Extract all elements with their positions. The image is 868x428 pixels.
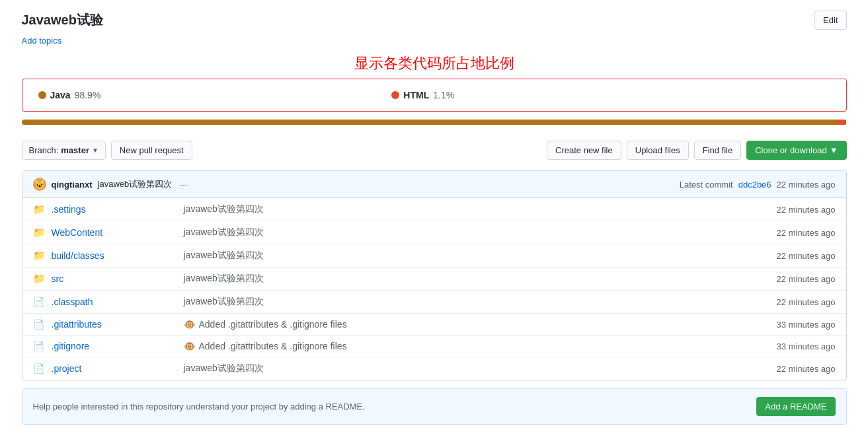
file-time: 33 minutes ago [777,341,836,351]
find-file-button[interactable]: Find file [694,141,742,160]
java-progress [22,120,838,125]
clone-chevron-icon: ▼ [830,145,838,155]
file-icon: 📄 [33,363,44,374]
file-time: 33 minutes ago [777,320,836,330]
java-percentage: 98.9% [75,90,101,100]
folder-icon: 📁 [33,203,46,215]
table-row: 📁 WebContent javaweb试验第四次 22 minutes ago [22,221,846,244]
commit-row: 🐱 qingtianxt javaweb试验第四次 ··· Latest com… [22,171,846,198]
folder-icon: 📁 [33,273,46,285]
file-icon: 📄 [33,297,44,307]
branch-chevron-icon: ▼ [92,147,99,154]
file-commit-message: javaweb试验第四次 [184,296,777,308]
file-type-icon: 📁 [33,273,52,285]
commit-msg-text: Added .gitattributes & .gitignore files [199,319,347,330]
language-item-html: HTML 1.1% [391,90,454,100]
file-time: 22 minutes ago [777,228,836,238]
folder-icon: 📁 [33,227,46,238]
toolbar-right: Create new file Upload files Find file C… [547,141,846,160]
language-progress-bar [22,120,847,125]
file-commit-message: javaweb试验第四次 [184,363,777,374]
file-type-icon: 📄 [33,297,52,307]
language-bar-container: Java 98.9% HTML 1.1% [22,79,847,112]
file-type-icon: 📄 [33,363,52,374]
author-avatar: 🐱 [33,178,46,191]
readme-notice: Help people interested in this repositor… [22,388,847,425]
file-name[interactable]: .gitattributes [52,319,184,330]
commit-dots[interactable]: ··· [180,180,187,190]
add-readme-button[interactable]: Add a README [756,397,835,416]
file-table: 🐱 qingtianxt javaweb试验第四次 ··· Latest com… [22,170,847,380]
commit-emoji: 🐵 [184,341,195,351]
table-row: 📄 .gitattributes 🐵 Added .gitattributes … [22,314,846,336]
branch-prefix-label: Branch: [29,145,59,155]
java-name: Java [50,90,71,100]
commit-msg-text: Added .gitattributes & .gitignore files [199,341,347,351]
readme-text: Help people interested in this repositor… [33,402,365,411]
repo-title: Javaweb试验 [22,11,103,29]
file-commit-message: javaweb试验第四次 [184,203,777,215]
file-type-icon: 📁 [33,203,52,215]
latest-commit-label: Latest commit [680,180,733,190]
clone-or-download-button[interactable]: Clone or download ▼ [746,141,846,160]
table-row: 📁 .settings javaweb试验第四次 22 minutes ago [22,198,846,221]
commit-msg-text: javaweb试验第四次 [184,250,264,262]
language-item-java: Java 98.9% [38,90,101,100]
file-commit-message: javaweb试验第四次 [184,273,777,285]
table-row: 📄 .gitignore 🐵 Added .gitattributes & .g… [22,336,846,357]
toolbar-left: Branch: master ▼ New pull request [22,141,192,160]
commit-emoji: 🐵 [184,319,195,330]
file-time: 22 minutes ago [777,364,836,374]
commit-message: javaweb试验第四次 [98,178,173,190]
html-percentage: 1.1% [433,90,454,100]
clone-button-label: Clone or download [755,145,826,155]
branch-name-label: master [61,145,89,155]
commit-author[interactable]: qingtianxt [52,180,93,190]
file-type-icon: 📄 [33,319,52,330]
file-icon: 📄 [33,341,44,351]
commit-time: 22 minutes ago [777,180,836,190]
file-type-icon: 📄 [33,341,52,351]
file-time: 22 minutes ago [777,297,836,307]
file-type-icon: 📁 [33,250,52,262]
commit-msg-text: javaweb试验第四次 [184,203,264,215]
table-row: 📄 .project javaweb试验第四次 22 minutes ago [22,357,846,380]
branch-selector[interactable]: Branch: master ▼ [22,141,106,160]
file-name[interactable]: .project [52,363,184,374]
edit-button[interactable]: Edit [814,11,846,30]
html-dot [391,91,399,99]
folder-icon: 📁 [33,250,46,262]
file-icon: 📄 [33,319,44,330]
file-time: 22 minutes ago [777,274,836,284]
html-name: HTML [403,90,429,100]
file-time: 22 minutes ago [777,251,836,261]
file-name[interactable]: WebContent [52,227,184,238]
commit-right: Latest commit ddc2be6 22 minutes ago [680,180,836,190]
java-dot [38,91,46,99]
file-name[interactable]: .classpath [52,297,184,307]
table-row: 📄 .classpath javaweb试验第四次 22 minutes ago [22,291,846,314]
commit-msg-text: javaweb试验第四次 [184,296,264,308]
commit-msg-text: javaweb试验第四次 [184,363,264,374]
file-commit-message: 🐵 Added .gitattributes & .gitignore file… [184,319,777,330]
commit-hash[interactable]: ddc2be6 [738,180,771,190]
file-name[interactable]: .settings [52,204,184,215]
file-name[interactable]: .gitignore [52,341,184,351]
file-commit-message: javaweb试验第四次 [184,250,777,262]
create-new-file-button[interactable]: Create new file [547,141,621,160]
html-progress [838,120,847,125]
file-commit-message: 🐵 Added .gitattributes & .gitignore file… [184,341,777,351]
file-time: 22 minutes ago [777,205,836,215]
commit-msg-text: javaweb试验第四次 [184,227,264,238]
new-pull-request-button[interactable]: New pull request [111,141,192,160]
file-name[interactable]: build/classes [52,250,184,261]
commit-left: 🐱 qingtianxt javaweb试验第四次 ··· [33,178,188,191]
table-row: 📁 build/classes javaweb试验第四次 22 minutes … [22,244,846,268]
add-topics-link[interactable]: Add topics [22,36,62,46]
commit-msg-text: javaweb试验第四次 [184,273,264,285]
file-type-icon: 📁 [33,227,52,238]
upload-files-button[interactable]: Upload files [627,141,689,160]
file-name[interactable]: src [52,273,184,284]
annotation-label: 显示各类代码所占地比例 [22,54,847,73]
repo-toolbar: Branch: master ▼ New pull request Create… [22,135,847,165]
